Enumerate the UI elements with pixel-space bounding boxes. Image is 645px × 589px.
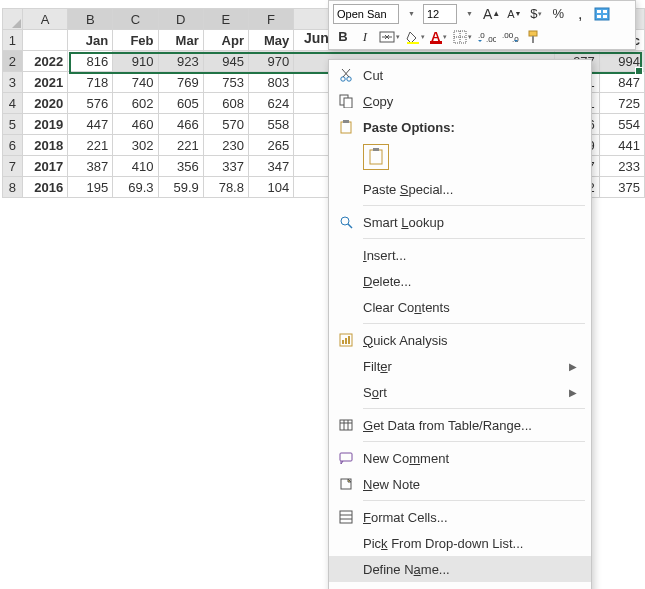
cell[interactable]: 605 — [158, 93, 203, 114]
cell[interactable]: 2020 — [22, 93, 67, 114]
cell[interactable]: 265 — [248, 135, 293, 156]
cell[interactable]: 725 — [599, 93, 644, 114]
cell[interactable]: 104 — [248, 177, 293, 198]
menu-delete[interactable]: Delete... — [329, 268, 591, 294]
conditional-formatting-icon[interactable] — [592, 4, 612, 24]
menu-format-cells[interactable]: Format Cells... — [329, 504, 591, 530]
cell[interactable]: 195 — [68, 177, 113, 198]
font-size-dropdown[interactable]: ▼ — [459, 4, 479, 24]
cell[interactable]: 803 — [248, 72, 293, 93]
cell[interactable]: 2021 — [22, 72, 67, 93]
cell[interactable]: 753 — [203, 72, 248, 93]
menu-new-note[interactable]: New Note — [329, 471, 591, 497]
menu-link[interactable]: Link▶ — [329, 582, 591, 589]
font-size-combo[interactable] — [423, 4, 457, 24]
menu-cut[interactable]: Cut — [329, 62, 591, 88]
menu-new-comment[interactable]: New Comment — [329, 445, 591, 471]
cell[interactable]: 718 — [68, 72, 113, 93]
accounting-format-icon[interactable]: $▾ — [526, 4, 546, 24]
cell[interactable]: 410 — [113, 156, 158, 177]
bold-button[interactable]: B — [333, 27, 353, 47]
row-header-2[interactable]: 2 — [3, 51, 23, 72]
menu-sort[interactable]: Sort▶ — [329, 379, 591, 405]
col-header-A[interactable]: A — [22, 9, 67, 30]
cell[interactable]: 2017 — [22, 156, 67, 177]
col-header-C[interactable]: C — [113, 9, 158, 30]
menu-paste-special[interactable]: Paste Special... — [329, 176, 591, 202]
cell[interactable]: 2016 — [22, 177, 67, 198]
cell[interactable]: 910 — [113, 51, 158, 72]
cell[interactable]: 945 — [203, 51, 248, 72]
cell[interactable]: Jan — [68, 30, 113, 51]
cell[interactable]: 923 — [158, 51, 203, 72]
menu-smart-lookup[interactable]: Smart Lookup — [329, 209, 591, 235]
font-name-dropdown[interactable]: ▼ — [401, 4, 421, 24]
menu-get-data[interactable]: Get Data from Table/Range... — [329, 412, 591, 438]
font-name-combo[interactable] — [333, 4, 399, 24]
menu-define-name[interactable]: Define Name... — [329, 556, 591, 582]
cell[interactable] — [22, 30, 67, 51]
cell[interactable]: 441 — [599, 135, 644, 156]
cell[interactable]: 302 — [113, 135, 158, 156]
row-header-6[interactable]: 6 — [3, 135, 23, 156]
cell[interactable]: Apr — [203, 30, 248, 51]
increase-decimal-icon[interactable]: .0.00 — [476, 27, 498, 47]
row-header-7[interactable]: 7 — [3, 156, 23, 177]
cell[interactable]: Mar — [158, 30, 203, 51]
comma-format-icon[interactable]: , — [570, 4, 590, 24]
cell[interactable]: 740 — [113, 72, 158, 93]
select-all-corner[interactable] — [3, 9, 23, 30]
row-header-4[interactable]: 4 — [3, 93, 23, 114]
row-header-5[interactable]: 5 — [3, 114, 23, 135]
menu-paste-default[interactable] — [329, 140, 591, 176]
cell[interactable]: 816 — [68, 51, 113, 72]
col-header-E[interactable]: E — [203, 9, 248, 30]
menu-quick-analysis[interactable]: Quick Analysis — [329, 327, 591, 353]
cell[interactable]: 230 — [203, 135, 248, 156]
cell[interactable]: 608 — [203, 93, 248, 114]
cell[interactable]: 460 — [113, 114, 158, 135]
col-header-D[interactable]: D — [158, 9, 203, 30]
cell[interactable]: 769 — [158, 72, 203, 93]
cell[interactable]: 233 — [599, 156, 644, 177]
cell[interactable]: 570 — [203, 114, 248, 135]
cell[interactable]: 602 — [113, 93, 158, 114]
decrease-font-icon[interactable]: A▼ — [504, 4, 524, 24]
cell[interactable]: 2019 — [22, 114, 67, 135]
italic-button[interactable]: I — [355, 27, 375, 47]
col-header-B[interactable]: B — [68, 9, 113, 30]
cell[interactable]: 221 — [68, 135, 113, 156]
format-painter-icon[interactable] — [524, 27, 544, 47]
row-header-8[interactable]: 8 — [3, 177, 23, 198]
cell[interactable]: May — [248, 30, 293, 51]
menu-copy[interactable]: Copy — [329, 88, 591, 114]
cell[interactable]: 356 — [158, 156, 203, 177]
cell[interactable]: 2018 — [22, 135, 67, 156]
decrease-decimal-icon[interactable]: .00.0 — [500, 27, 522, 47]
row-header-1[interactable]: 1 — [3, 30, 23, 51]
cell[interactable]: 447 — [68, 114, 113, 135]
menu-insert[interactable]: Insert... — [329, 242, 591, 268]
cell[interactable]: 59.9 — [158, 177, 203, 198]
cell[interactable]: 375 — [599, 177, 644, 198]
cell[interactable]: 847 — [599, 72, 644, 93]
menu-filter[interactable]: Filter▶ — [329, 353, 591, 379]
menu-clear-contents[interactable]: Clear Contents — [329, 294, 591, 320]
cell[interactable]: 347 — [248, 156, 293, 177]
cell[interactable]: 337 — [203, 156, 248, 177]
font-color-icon[interactable]: A ▾ — [429, 27, 449, 47]
percent-format-icon[interactable]: % — [548, 4, 568, 24]
cell[interactable]: 78.8 — [203, 177, 248, 198]
cell[interactable]: 387 — [68, 156, 113, 177]
cell[interactable]: 994 — [599, 51, 644, 72]
cell[interactable]: 576 — [68, 93, 113, 114]
cell[interactable]: 554 — [599, 114, 644, 135]
cell[interactable]: 2022 — [22, 51, 67, 72]
cell[interactable]: 624 — [248, 93, 293, 114]
menu-pick-from-list[interactable]: Pick From Drop-down List... — [329, 530, 591, 556]
borders-icon[interactable]: ▾ — [451, 27, 474, 47]
cell[interactable]: Feb — [113, 30, 158, 51]
row-header-3[interactable]: 3 — [3, 72, 23, 93]
merge-center-icon[interactable]: ▾ — [377, 27, 402, 47]
increase-font-icon[interactable]: A▲ — [481, 4, 502, 24]
